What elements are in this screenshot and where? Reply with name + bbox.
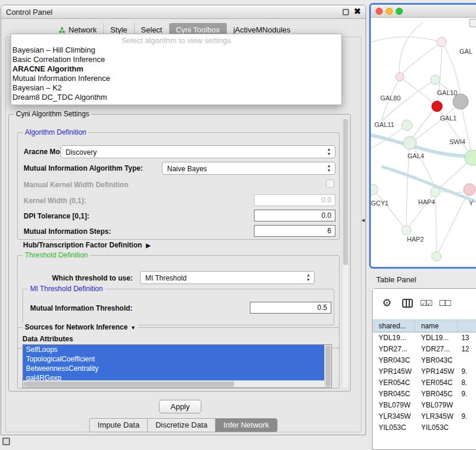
network-node[interactable] — [396, 73, 404, 81]
table-cell — [458, 422, 476, 433]
node-label: SWI4 — [449, 138, 465, 145]
data-attributes-list[interactable]: SelfLoopsTopologicalCoefficientBetweenne… — [22, 344, 332, 388]
settings-scrollbar-thumb[interactable] — [343, 119, 348, 265]
algorithm-definition-title: Algorithm Definition — [22, 128, 89, 137]
control-panel-titlebar[interactable]: Control Panel ✖ — [1, 5, 366, 19]
network-node[interactable] — [431, 187, 440, 197]
hub-section-toggle[interactable]: Hub/Transcription Factor Definition▶ — [23, 241, 151, 249]
settings-scrollbar[interactable] — [342, 116, 349, 389]
kernel-width-field[interactable]: 0.0 — [254, 194, 335, 206]
node-label: GAL80 — [380, 94, 400, 102]
combo-value: Naive Bayes — [167, 164, 207, 174]
table-row[interactable]: YPR145WYPR145W9. — [373, 366, 476, 377]
table-cell: YBR043C — [415, 355, 458, 366]
table-row[interactable]: YLR345WYLR345W9. — [373, 411, 476, 422]
cyni-settings-title: Cyni Algorithm Settings — [14, 110, 92, 119]
mi-algorithm-type-label: Mutual Information Algorithm Type: — [24, 164, 143, 172]
network-node[interactable] — [432, 252, 441, 261]
table-column-header[interactable]: shared... — [373, 320, 415, 332]
list-vertical-scrollbar[interactable] — [324, 345, 331, 387]
algorithm-option[interactable]: Bayesian – K2 — [11, 83, 341, 93]
list-horizontal-scrollbar[interactable] — [23, 380, 324, 387]
table-row[interactable]: YBL079WYBL079W — [373, 400, 476, 411]
network-window-titlebar[interactable] — [371, 5, 476, 18]
columns-glyph — [402, 299, 413, 308]
network-node[interactable] — [402, 226, 411, 235]
network-node[interactable] — [432, 101, 442, 112]
minimize-traffic-light-icon[interactable] — [386, 8, 393, 15]
network-view-window: GALGAL80GAL10GAL1GAL11SWI4GAL4GCY1HAP4YH… — [369, 3, 476, 269]
network-node[interactable] — [464, 184, 475, 195]
column-visibility-icon[interactable] — [402, 299, 413, 310]
node-label: GAL11 — [374, 121, 394, 128]
network-node[interactable] — [402, 120, 412, 131]
network-edge — [410, 106, 437, 142]
network-edge — [407, 192, 435, 229]
node-label: HAP2 — [407, 236, 424, 243]
algorithm-option[interactable]: Dream8 DC_TDC Algorithm — [11, 93, 341, 102]
network-node[interactable] — [437, 37, 446, 47]
attribute-list-item[interactable]: SelfLoops — [23, 345, 324, 354]
aracne-mode-combo[interactable]: Discovery ▴▾ — [60, 145, 335, 158]
attribute-list-item[interactable]: TopologicalCoefficient — [23, 354, 324, 364]
network-node[interactable] — [431, 75, 440, 84]
sources-group-title[interactable]: Sources for Network Inference▼ — [22, 323, 138, 332]
table-row[interactable]: YBR043CYBR043C — [373, 355, 476, 366]
network-node[interactable] — [403, 136, 416, 149]
sources-title-text: Sources for Network Inference — [25, 323, 128, 331]
tab-label: Cyni Toolbox — [176, 25, 220, 34]
close-icon[interactable]: ✖ — [354, 6, 361, 16]
algorithm-option[interactable]: Mutual Information Inference — [11, 74, 341, 83]
which-threshold-combo[interactable]: MI Threshold ▴▾ — [140, 271, 315, 284]
restore-panel-icon[interactable] — [2, 438, 10, 445]
table-cell: YDL19... — [415, 332, 458, 344]
network-node[interactable] — [371, 184, 378, 195]
table-row[interactable]: YDL19...YDL19...13 — [373, 332, 476, 344]
table-cell: 9. — [458, 366, 476, 377]
window-title: Control Panel — [6, 8, 53, 17]
mi-threshold-group: MI Threshold Definition Mutual Informati… — [22, 289, 334, 325]
attribute-list-item[interactable]: BetweennessCentrality — [23, 364, 324, 373]
algorithm-option[interactable]: Basic Correlation Inference — [11, 55, 341, 64]
network-canvas-svg: GALGAL80GAL10GAL1GAL11SWI4GAL4GCY1HAP4YH… — [371, 18, 476, 266]
table-row[interactable]: YIL053CYIL053C — [373, 422, 476, 433]
apply-button[interactable]: Apply — [159, 400, 201, 413]
divider-collapse-arrow[interactable]: ◂ — [361, 216, 365, 224]
table-cell: YER054C — [415, 377, 458, 389]
algorithm-option[interactable]: Bayesian – Hill Climbing — [11, 45, 341, 55]
table-cell: YER054C — [373, 377, 415, 389]
canvas-scroll-nub[interactable] — [470, 19, 476, 27]
table-row[interactable]: YBR045CYBR045C9. — [373, 389, 476, 400]
network-edge — [437, 42, 442, 106]
table-row[interactable]: YDR27...YDR27...12 — [373, 344, 476, 355]
gear-icon[interactable]: ⚙ — [382, 296, 392, 309]
close-traffic-light-icon[interactable] — [376, 8, 383, 15]
table-cell: YBL079W — [373, 400, 415, 411]
cyni-settings-group: Cyni Algorithm Settings Algorithm Defini… — [8, 114, 351, 392]
table-row[interactable]: YER054CYER054C8. — [373, 377, 476, 389]
network-canvas[interactable]: GALGAL80GAL10GAL1GAL11SWI4GAL4GCY1HAP4YH… — [371, 18, 476, 266]
table-column-header[interactable] — [458, 320, 476, 332]
mi-algorithm-type-combo[interactable]: Naive Bayes ▴▾ — [162, 162, 335, 175]
dpi-tolerance-field[interactable]: 0.0 — [254, 210, 335, 221]
combo-value: MI Threshold — [145, 273, 187, 283]
float-window-icon[interactable] — [343, 9, 349, 15]
bottom-tab-impute-data[interactable]: Impute Data — [89, 418, 147, 432]
desktop: Control Panel ✖ NetworkStyleSelectCyni T… — [0, 0, 476, 450]
hub-section-label: Hub/Transcription Factor Definition — [23, 241, 142, 249]
select-all-rows-icon[interactable]: ☑☑ — [420, 299, 431, 308]
network-edge — [435, 192, 436, 255]
table-column-header[interactable]: name — [415, 320, 458, 332]
expand-right-icon: ▶ — [146, 242, 151, 249]
algorithm-option[interactable]: ARACNE Algorithm — [11, 64, 341, 74]
table-cell: YBR043C — [373, 355, 415, 366]
bottom-tab-infer-network[interactable]: Infer Network — [215, 418, 277, 432]
mi-steps-field[interactable]: 6 — [254, 225, 335, 237]
mi-threshold-field[interactable]: 0.5 — [250, 302, 331, 314]
bottom-tab-discretize-data[interactable]: Discretize Data — [147, 418, 215, 432]
deselect-all-rows-icon[interactable]: ☐☐ — [439, 299, 450, 308]
zoom-traffic-light-icon[interactable] — [396, 8, 403, 15]
table-cell: YBL079W — [415, 400, 458, 411]
node-label: GAL4 — [407, 152, 424, 159]
manual-kernel-checkbox[interactable] — [326, 180, 334, 188]
